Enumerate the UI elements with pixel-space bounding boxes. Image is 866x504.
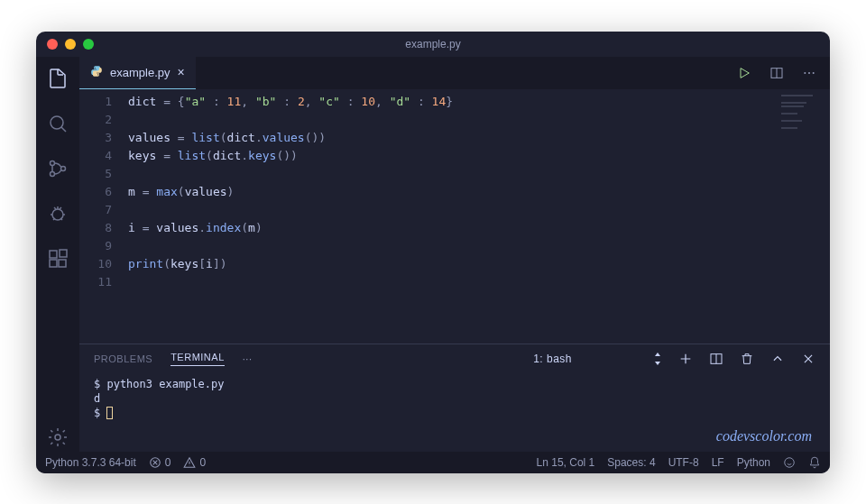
code-line[interactable]: print(keys[i]) <box>128 255 830 273</box>
shell-select-label: 1: bash <box>533 353 572 365</box>
status-indentation[interactable]: Spaces: 4 <box>607 456 655 469</box>
code-line[interactable] <box>128 111 830 129</box>
minimize-window-button[interactable] <box>65 39 76 50</box>
status-cursor-position[interactable]: Ln 15, Col 1 <box>537 456 595 469</box>
panel-tab-terminal[interactable]: TERMINAL <box>170 352 225 366</box>
svg-rect-7 <box>59 260 66 267</box>
code-line[interactable]: values = list(dict.values()) <box>128 129 830 147</box>
svg-point-1 <box>51 160 55 165</box>
watermark: codevscolor.com <box>716 428 812 444</box>
svg-rect-8 <box>60 250 67 257</box>
status-bar: Python 3.7.3 64-bit 0 0 Ln 15, Col 1 Spa… <box>36 452 830 473</box>
search-icon[interactable] <box>47 113 69 134</box>
window-controls <box>47 39 94 50</box>
panel-actions: 1: bash <box>533 352 815 366</box>
svg-point-3 <box>61 166 66 170</box>
explorer-icon[interactable] <box>47 68 69 89</box>
terminal-shell-select[interactable]: 1: bash <box>533 353 662 365</box>
code-line[interactable] <box>128 201 830 219</box>
line-number: 11 <box>79 273 112 291</box>
maximize-window-button[interactable] <box>83 39 94 50</box>
status-python-version[interactable]: Python 3.7.3 64-bit <box>45 456 136 469</box>
code-content[interactable]: dict = {"a" : 11, "b" : 2, "c" : 10, "d"… <box>128 89 830 344</box>
close-panel-icon[interactable] <box>801 352 815 366</box>
svg-rect-6 <box>50 260 57 267</box>
svg-point-9 <box>55 435 60 440</box>
line-number: 6 <box>79 183 112 201</box>
kill-terminal-icon[interactable] <box>740 352 754 366</box>
svg-point-12 <box>808 72 810 74</box>
code-line[interactable]: m = max(values) <box>128 183 830 201</box>
terminal-line: $ python3 example.py <box>94 377 815 391</box>
line-number: 10 <box>79 255 112 273</box>
minimap[interactable] <box>781 95 826 131</box>
line-number: 2 <box>79 111 112 129</box>
tab-filename: example.py <box>110 66 170 79</box>
line-number: 5 <box>79 165 112 183</box>
svg-point-2 <box>51 171 55 176</box>
run-icon[interactable] <box>736 65 752 81</box>
tab-bar: example.py × <box>79 57 830 89</box>
line-number: 3 <box>79 129 112 147</box>
status-language[interactable]: Python <box>737 456 770 469</box>
editor[interactable]: 1234567891011 dict = {"a" : 11, "b" : 2,… <box>79 89 830 344</box>
tab-close-icon[interactable]: × <box>177 65 184 79</box>
editor-actions <box>736 65 830 81</box>
terminal-cursor <box>106 407 113 419</box>
status-eol[interactable]: LF <box>712 456 724 469</box>
window-body: example.py × 1234567891011 <box>36 57 830 452</box>
code-line[interactable]: keys = list(dict.keys()) <box>128 147 830 165</box>
titlebar: example.py <box>36 32 830 57</box>
line-number: 7 <box>79 201 112 219</box>
status-notifications-icon[interactable] <box>808 456 821 469</box>
panel-tab-problems[interactable]: PROBLEMS <box>94 353 152 364</box>
main-area: example.py × 1234567891011 <box>79 57 830 452</box>
status-warnings[interactable]: 0 <box>183 456 206 469</box>
svg-point-16 <box>785 457 795 467</box>
line-gutter: 1234567891011 <box>79 89 128 344</box>
code-line[interactable]: i = values.index(m) <box>128 219 830 237</box>
code-line[interactable] <box>128 165 830 183</box>
debug-icon[interactable] <box>47 203 69 225</box>
more-actions-icon[interactable] <box>801 65 817 81</box>
svg-point-0 <box>51 116 63 129</box>
close-window-button[interactable] <box>47 39 58 50</box>
terminal-line: d <box>94 391 815 406</box>
svg-point-13 <box>813 72 815 74</box>
settings-gear-icon[interactable] <box>47 430 69 452</box>
code-line[interactable]: dict = {"a" : 11, "b" : 2, "c" : 10, "d"… <box>128 93 830 111</box>
maximize-panel-icon[interactable] <box>770 352 785 366</box>
code-line[interactable] <box>128 273 830 291</box>
new-terminal-icon[interactable] <box>678 352 693 366</box>
code-line[interactable] <box>128 237 830 255</box>
status-errors[interactable]: 0 <box>149 456 171 469</box>
terminal-line: $ <box>94 406 815 420</box>
extensions-icon[interactable] <box>47 248 69 270</box>
svg-point-11 <box>804 72 806 74</box>
line-number: 9 <box>79 237 112 255</box>
source-control-icon[interactable] <box>47 158 69 179</box>
python-file-icon <box>90 65 103 80</box>
window-title: example.py <box>405 38 460 50</box>
tab-example-py[interactable]: example.py × <box>79 57 196 89</box>
line-number: 8 <box>79 219 112 237</box>
vscode-window: example.py <box>36 32 830 473</box>
split-editor-icon[interactable] <box>769 65 785 81</box>
status-feedback-icon[interactable] <box>783 456 796 469</box>
status-encoding[interactable]: UTF-8 <box>668 456 699 469</box>
line-number: 1 <box>79 93 112 111</box>
svg-rect-5 <box>50 251 57 258</box>
line-number: 4 <box>79 147 112 165</box>
panel-more-icon[interactable]: ··· <box>243 353 253 364</box>
panel-tab-bar: PROBLEMS TERMINAL ··· 1: bash <box>79 344 830 373</box>
split-terminal-icon[interactable] <box>709 352 723 366</box>
activity-bar <box>36 57 79 452</box>
